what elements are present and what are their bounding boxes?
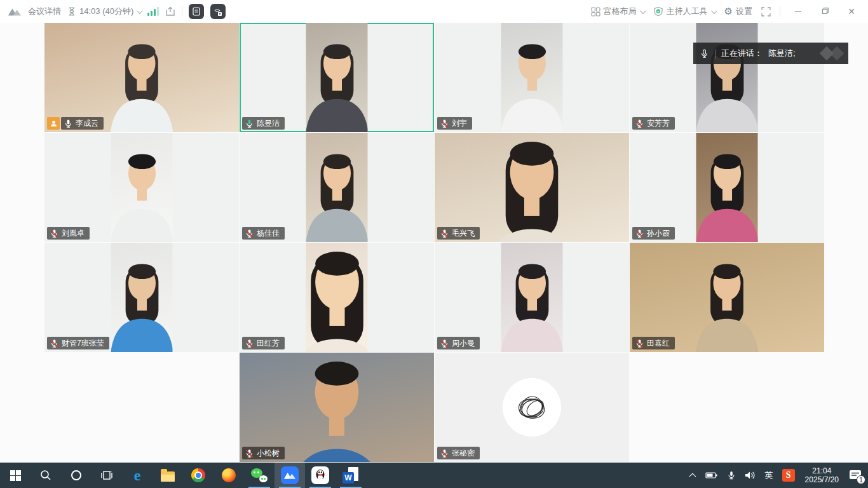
person-silhouette	[107, 32, 176, 132]
participant-tile-6[interactable]: 杨佳佳	[240, 133, 434, 242]
tray-volume[interactable]	[741, 463, 760, 488]
taskbar-file-explorer-icon[interactable]	[153, 463, 183, 488]
participant-tile-2[interactable]: 陈昱洁	[240, 23, 434, 132]
participant-tile-3[interactable]: 刘宇	[435, 23, 629, 132]
mic-status-icon	[440, 339, 449, 348]
task-view-icon	[100, 469, 113, 482]
mic-status-icon	[245, 339, 254, 348]
participant-name: 陈昱洁	[257, 118, 280, 128]
participant-video	[696, 23, 758, 132]
name-tag-row: 孙小霞	[632, 227, 675, 240]
settings-label: 设置	[736, 6, 752, 17]
host-tools-label: 主持人工具	[667, 6, 708, 17]
video-area: 李成云	[0, 23, 868, 463]
live-caption-icon[interactable]	[210, 4, 226, 19]
participant-tile-5[interactable]: 刘胤卓	[44, 133, 239, 242]
action-center-button[interactable]: 1	[845, 463, 865, 488]
participant-tile-10[interactable]: 田红芳	[240, 243, 434, 352]
name-tag-row: 财管7班张莹	[47, 337, 109, 349]
tray-input-language[interactable]: 英	[761, 463, 777, 488]
scribble-avatar-icon	[512, 387, 552, 428]
participant-video	[306, 243, 368, 352]
windows-logo-icon	[10, 470, 21, 481]
host-tools-button[interactable]: 主持人工具	[653, 6, 715, 17]
mic-status-icon	[245, 119, 254, 128]
participant-tile-12[interactable]: 田嘉红	[630, 243, 824, 352]
mic-status-icon	[64, 119, 73, 128]
participant-tile-8[interactable]: 孙小霞	[630, 133, 824, 242]
cortana-button[interactable]	[61, 463, 92, 488]
wechat-icon	[251, 468, 268, 482]
tray-microphone[interactable]	[723, 463, 740, 488]
person-silhouette	[477, 133, 587, 242]
taskbar-search-button[interactable]	[31, 463, 61, 488]
mic-status-icon	[245, 229, 254, 238]
person-silhouette	[111, 142, 173, 242]
layout-switcher[interactable]: 宫格布局	[591, 6, 644, 17]
avatar-placeholder	[503, 378, 561, 437]
speaking-banner: 正在讲话： 陈昱洁;	[693, 43, 848, 64]
tray-show-hidden-icons[interactable]	[688, 463, 700, 488]
fullscreen-icon[interactable]	[761, 7, 771, 17]
meeting-notes-icon[interactable]	[189, 4, 204, 19]
timer-label: 14:03 (40分钟)	[79, 6, 133, 17]
name-tag-row: 李成云	[47, 117, 104, 130]
name-tag-row: 张秘密	[437, 447, 480, 459]
start-button[interactable]	[0, 463, 31, 488]
participant-tile-1[interactable]: 李成云	[44, 23, 239, 132]
participant-video	[696, 133, 758, 242]
mic-status-icon	[440, 119, 449, 128]
word-icon: W	[342, 467, 359, 484]
sogou-icon: S	[782, 469, 795, 482]
name-tag: 刘宇	[437, 117, 472, 130]
taskbar-chrome-icon[interactable]	[183, 463, 214, 488]
mic-status-icon	[440, 229, 449, 238]
participant-tile-9[interactable]: 财管7班张莹	[44, 243, 239, 352]
shield-icon	[653, 6, 663, 17]
name-tag-row: 杨佳佳	[242, 227, 285, 240]
participant-name: 张秘密	[452, 448, 475, 458]
person-silhouette	[282, 353, 391, 462]
windows-taskbar: e W	[0, 463, 868, 488]
chrome-icon	[191, 468, 205, 482]
close-button[interactable]: ✕	[843, 6, 860, 17]
participant-tile-11[interactable]: 周小曼	[435, 243, 629, 352]
tray-sogou-input[interactable]: S	[778, 463, 799, 488]
mic-status-icon	[635, 119, 644, 128]
name-tag: 杨佳佳	[242, 227, 285, 240]
name-tag-row: 安芳芳	[632, 117, 675, 130]
layout-label: 宫格布局	[604, 6, 637, 17]
tray-clock[interactable]: 21:04 2025/7/20	[800, 463, 844, 488]
name-tag: 周小曼	[437, 337, 480, 349]
share-screen-icon[interactable]	[165, 6, 175, 17]
network-signal-icon	[147, 7, 159, 16]
task-view-button[interactable]	[92, 463, 122, 488]
name-tag: 小松树	[242, 447, 285, 459]
mic-status-icon	[50, 229, 59, 238]
meeting-details-link[interactable]: 会议详情	[28, 6, 61, 17]
name-tag: 财管7班张莹	[47, 337, 109, 349]
taskbar-edge-icon[interactable]: e	[122, 463, 153, 488]
name-tag-row: 陈昱洁	[242, 117, 285, 130]
hourglass-icon	[67, 7, 76, 16]
participant-tile-7[interactable]: 毛兴飞	[435, 133, 629, 242]
participant-name: 刘胤卓	[62, 228, 85, 238]
participant-name: 毛兴飞	[452, 228, 475, 238]
tray-battery[interactable]	[702, 463, 722, 488]
participant-tile-13[interactable]: 小松树	[240, 353, 434, 462]
participant-tile-14[interactable]: 张秘密	[435, 353, 629, 462]
taskbar-firefox-icon[interactable]	[214, 463, 244, 488]
taskbar-word-icon[interactable]: W	[336, 463, 366, 488]
clock-time: 21:04	[812, 466, 831, 475]
maximize-button[interactable]	[816, 6, 834, 17]
host-badge	[47, 117, 60, 130]
settings-button[interactable]: ⚙ 设置	[724, 6, 752, 17]
meeting-timer[interactable]: 14:03 (40分钟)	[67, 6, 141, 17]
name-tag: 毛兴飞	[437, 227, 480, 240]
participant-tile-4[interactable]: 安芳芳	[630, 23, 824, 132]
minimize-button[interactable]: ─	[789, 6, 807, 17]
taskbar-qq-icon[interactable]	[305, 463, 336, 488]
taskbar-wechat-icon[interactable]	[244, 463, 275, 488]
taskbar-meeting-app-icon[interactable]	[275, 463, 305, 488]
participant-name: 李成云	[76, 118, 98, 128]
